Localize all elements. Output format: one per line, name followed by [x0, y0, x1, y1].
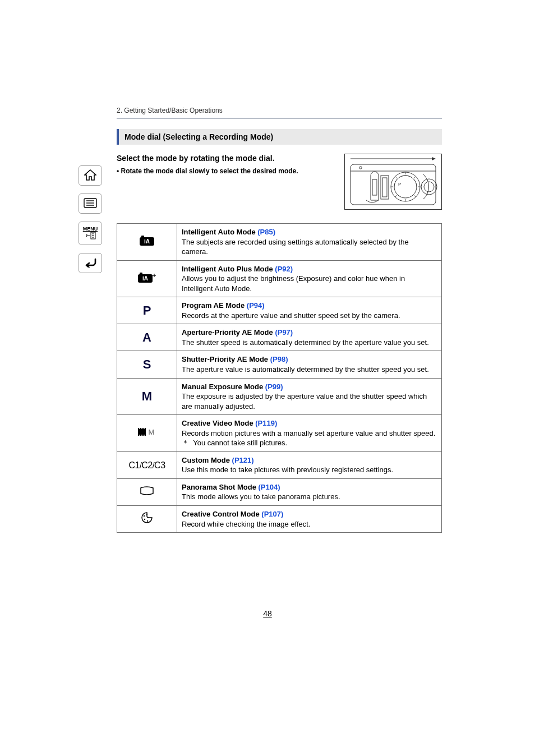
page-link[interactable]: (P99)	[265, 382, 283, 391]
svg-text:iA: iA	[142, 275, 148, 282]
mode-desc: Allows you to adjust the brightness (Exp…	[182, 274, 405, 293]
menu-button[interactable]: MENU	[79, 222, 102, 245]
list-button[interactable]	[79, 193, 102, 214]
modes-table: iA Intelligent Auto Mode (P85) The subje…	[117, 223, 442, 533]
mode-title: Creative Control Mode	[182, 510, 261, 518]
mode-title: Intelligent Auto Mode	[182, 228, 257, 236]
mode-note: You cannot take still pictures.	[193, 439, 287, 447]
s-icon: S	[143, 357, 151, 371]
svg-point-11	[359, 167, 362, 169]
svg-point-47	[144, 519, 145, 520]
video-m-icon: M	[137, 430, 156, 438]
ia-plus-icon: iA	[137, 276, 156, 285]
intro-lead: Select the mode by rotating the mode dia…	[117, 154, 333, 163]
home-icon	[84, 169, 96, 182]
svg-rect-44	[144, 435, 145, 436]
svg-rect-29	[141, 236, 144, 238]
table-row: P Program AE Mode (P94) Records at the a…	[117, 297, 442, 324]
mode-title: Aperture-Priority AE Mode	[182, 328, 275, 336]
menu-icon	[85, 232, 96, 241]
svg-text:M: M	[149, 428, 155, 436]
custom-icon: C1/C2/C3	[128, 460, 165, 470]
svg-rect-14	[382, 178, 387, 197]
mode-desc: The aperture value is automatically dete…	[182, 365, 429, 374]
page-link[interactable]: (P119)	[255, 419, 277, 427]
table-row: C1/C2/C3 Custom Mode (P121) Use this mod…	[117, 451, 442, 478]
svg-line-23	[395, 195, 397, 197]
top-rule	[117, 118, 442, 119]
page-link[interactable]: (P97)	[275, 328, 293, 336]
svg-point-49	[146, 514, 147, 515]
svg-line-21	[414, 195, 416, 197]
svg-rect-13	[381, 176, 389, 199]
home-button[interactable]	[79, 165, 102, 186]
list-icon	[84, 198, 97, 210]
section-title: Mode dial (Selecting a Recording Mode)	[117, 129, 442, 145]
svg-line-19	[414, 177, 416, 178]
svg-rect-40	[141, 428, 142, 429]
table-row: M Creative Video Mode (P119) Records mot…	[117, 415, 442, 452]
p-icon: P	[143, 303, 151, 317]
main-content: 2. Getting Started/Basic Operations Mode…	[117, 107, 442, 533]
back-icon	[84, 257, 96, 269]
svg-text:iA: iA	[144, 238, 150, 245]
page-link[interactable]: (P98)	[270, 355, 288, 363]
mode-desc: Use this mode to take pictures with prev…	[182, 465, 393, 474]
page-number[interactable]: 48	[0, 609, 535, 618]
mode-desc: This mode allows you to take panorama pi…	[182, 492, 340, 501]
panorama-icon	[140, 488, 154, 497]
mode-title: Panorama Shot Mode	[182, 483, 259, 491]
svg-rect-36	[138, 429, 146, 435]
svg-line-25	[395, 177, 397, 178]
svg-rect-12	[372, 179, 377, 195]
table-row: iA Intelligent Auto Plus Mode (P92) Allo…	[117, 260, 442, 297]
table-row: S Shutter-Priority AE Mode (P98) The ape…	[117, 351, 442, 378]
page-link[interactable]: (P85)	[257, 228, 275, 236]
svg-text:P: P	[398, 182, 401, 187]
svg-rect-43	[141, 435, 142, 436]
ia-icon: iA	[139, 239, 155, 248]
svg-rect-39	[139, 428, 140, 429]
mode-dial-illustration: P	[344, 154, 442, 210]
page-link[interactable]: (P121)	[232, 456, 254, 464]
svg-rect-9	[350, 164, 436, 205]
table-row: Creative Control Mode (P107) Record whil…	[117, 506, 442, 533]
mode-title: Manual Exposure Mode	[182, 382, 265, 391]
mode-title: Intelligent Auto Plus Mode	[182, 265, 275, 273]
table-row: Panorama Shot Mode (P104) This mode allo…	[117, 478, 442, 505]
table-row: iA Intelligent Auto Mode (P85) The subje…	[117, 224, 442, 261]
mode-title: Shutter-Priority AE Mode	[182, 355, 270, 363]
mode-desc: Record while checking the image effect.	[182, 520, 311, 528]
page-link[interactable]: (P104)	[259, 483, 280, 491]
page-link[interactable]: (P107)	[261, 510, 283, 518]
a-icon: A	[142, 330, 151, 344]
intro-bullet: • Rotate the mode dial slowly to select …	[117, 167, 333, 175]
mode-desc: The shutter speed is automatically deter…	[182, 338, 429, 347]
breadcrumb: 2. Getting Started/Basic Operations	[117, 107, 442, 114]
mode-title: Program AE Mode	[182, 301, 247, 310]
table-row: M Manual Exposure Mode (P99) The exposur…	[117, 378, 442, 415]
note-star: ＊	[182, 439, 193, 447]
creative-control-icon	[141, 517, 153, 525]
mode-desc: Records motion pictures with a manually …	[182, 429, 435, 437]
back-button[interactable]	[79, 253, 102, 273]
svg-rect-41	[144, 428, 145, 429]
mode-desc: The exposure is adjusted by the aperture…	[182, 392, 427, 411]
mode-title: Creative Video Mode	[182, 419, 255, 427]
svg-rect-42	[139, 435, 140, 436]
sidebar: MENU	[79, 165, 102, 273]
menu-label: MENU	[83, 226, 98, 232]
m-icon: M	[142, 389, 152, 403]
mode-desc: The subjects are recorded using settings…	[182, 238, 409, 256]
page-link[interactable]: (P92)	[275, 265, 293, 273]
svg-rect-32	[140, 273, 142, 275]
table-row: A Aperture-Priority AE Mode (P97) The sh…	[117, 324, 442, 351]
mode-desc: Records at the aperture value and shutte…	[182, 311, 400, 320]
svg-point-48	[147, 520, 148, 522]
mode-title: Custom Mode	[182, 456, 232, 464]
svg-point-46	[144, 515, 145, 517]
page-link[interactable]: (P94)	[247, 301, 265, 310]
svg-point-15	[391, 172, 420, 201]
